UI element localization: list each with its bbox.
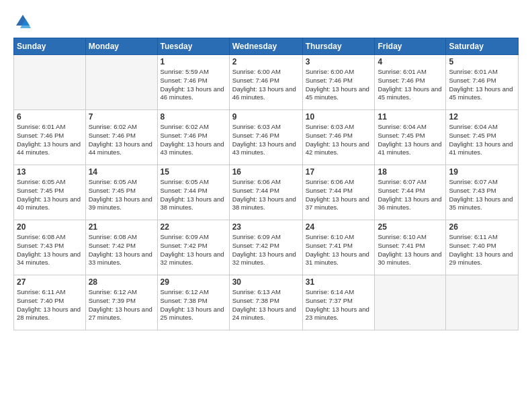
day-info: Sunrise: 6:01 AM Sunset: 7:46 PM Dayligh… (449, 68, 515, 102)
calendar-cell: 5Sunrise: 6:01 AM Sunset: 7:46 PM Daylig… (446, 55, 519, 110)
calendar-cell: 21Sunrise: 6:08 AM Sunset: 7:42 PM Dayli… (85, 220, 157, 275)
calendar-cell: 16Sunrise: 6:06 AM Sunset: 7:44 PM Dayli… (229, 165, 302, 220)
day-info: Sunrise: 6:02 AM Sunset: 7:46 PM Dayligh… (161, 123, 226, 157)
weekday-sunday: Sunday (14, 38, 86, 55)
day-info: Sunrise: 6:08 AM Sunset: 7:42 PM Dayligh… (89, 233, 154, 267)
calendar-cell: 31Sunrise: 6:14 AM Sunset: 7:37 PM Dayli… (302, 275, 375, 330)
day-info: Sunrise: 6:07 AM Sunset: 7:44 PM Dayligh… (378, 178, 443, 212)
calendar-cell: 18Sunrise: 6:07 AM Sunset: 7:44 PM Dayli… (375, 165, 446, 220)
day-number: 16 (232, 167, 300, 177)
weekday-monday: Monday (85, 38, 157, 55)
day-number: 24 (306, 222, 372, 232)
calendar-cell: 28Sunrise: 6:12 AM Sunset: 7:39 PM Dayli… (85, 275, 157, 330)
day-number: 19 (449, 167, 515, 177)
day-number: 17 (306, 167, 372, 177)
day-info: Sunrise: 6:05 AM Sunset: 7:45 PM Dayligh… (17, 178, 83, 212)
calendar-cell (14, 55, 86, 110)
day-number: 7 (89, 112, 154, 122)
day-number: 26 (449, 222, 515, 232)
weekday-thursday: Thursday (302, 38, 375, 55)
calendar-cell: 2Sunrise: 6:00 AM Sunset: 7:46 PM Daylig… (229, 55, 302, 110)
logo-icon (13, 12, 32, 31)
day-info: Sunrise: 6:00 AM Sunset: 7:46 PM Dayligh… (306, 68, 372, 102)
calendar-cell: 30Sunrise: 6:13 AM Sunset: 7:38 PM Dayli… (229, 275, 302, 330)
day-info: Sunrise: 6:10 AM Sunset: 7:41 PM Dayligh… (306, 233, 372, 267)
day-info: Sunrise: 6:13 AM Sunset: 7:38 PM Dayligh… (232, 288, 300, 322)
day-info: Sunrise: 6:01 AM Sunset: 7:46 PM Dayligh… (378, 68, 443, 102)
day-number: 3 (306, 57, 372, 66)
calendar-cell: 6Sunrise: 6:01 AM Sunset: 7:46 PM Daylig… (14, 110, 86, 165)
calendar-table: SundayMondayTuesdayWednesdayThursdayFrid… (13, 38, 519, 330)
calendar-cell: 24Sunrise: 6:10 AM Sunset: 7:41 PM Dayli… (302, 220, 375, 275)
calendar-cell: 17Sunrise: 6:06 AM Sunset: 7:44 PM Dayli… (302, 165, 375, 220)
calendar-cell: 29Sunrise: 6:12 AM Sunset: 7:38 PM Dayli… (157, 275, 229, 330)
day-number: 22 (161, 222, 226, 232)
day-info: Sunrise: 6:14 AM Sunset: 7:37 PM Dayligh… (306, 288, 372, 322)
day-number: 29 (161, 277, 226, 287)
calendar-week-3: 13Sunrise: 6:05 AM Sunset: 7:45 PM Dayli… (14, 165, 519, 220)
day-number: 12 (449, 112, 515, 122)
day-number: 28 (89, 277, 154, 287)
day-number: 8 (161, 112, 226, 122)
header (13, 12, 519, 31)
day-info: Sunrise: 6:12 AM Sunset: 7:39 PM Dayligh… (89, 288, 154, 322)
calendar-cell: 10Sunrise: 6:03 AM Sunset: 7:46 PM Dayli… (302, 110, 375, 165)
day-number: 14 (89, 167, 154, 177)
page: SundayMondayTuesdayWednesdayThursdayFrid… (0, 0, 532, 411)
day-number: 9 (232, 112, 300, 122)
day-info: Sunrise: 6:03 AM Sunset: 7:46 PM Dayligh… (306, 123, 372, 157)
calendar-cell: 23Sunrise: 6:09 AM Sunset: 7:42 PM Dayli… (229, 220, 302, 275)
day-number: 11 (378, 112, 443, 122)
day-number: 4 (378, 57, 443, 66)
day-info: Sunrise: 6:03 AM Sunset: 7:46 PM Dayligh… (232, 123, 300, 157)
calendar-cell: 25Sunrise: 6:10 AM Sunset: 7:41 PM Dayli… (375, 220, 446, 275)
calendar-cell: 9Sunrise: 6:03 AM Sunset: 7:46 PM Daylig… (229, 110, 302, 165)
day-number: 31 (306, 277, 372, 287)
weekday-saturday: Saturday (446, 38, 519, 55)
calendar-cell: 7Sunrise: 6:02 AM Sunset: 7:46 PM Daylig… (85, 110, 157, 165)
day-info: Sunrise: 6:09 AM Sunset: 7:42 PM Dayligh… (161, 233, 226, 267)
day-info: Sunrise: 6:05 AM Sunset: 7:44 PM Dayligh… (161, 178, 226, 212)
day-number: 2 (232, 57, 300, 66)
calendar-week-5: 27Sunrise: 6:11 AM Sunset: 7:40 PM Dayli… (14, 275, 519, 330)
calendar-cell: 12Sunrise: 6:04 AM Sunset: 7:45 PM Dayli… (446, 110, 519, 165)
calendar-week-4: 20Sunrise: 6:08 AM Sunset: 7:43 PM Dayli… (14, 220, 519, 275)
day-info: Sunrise: 6:10 AM Sunset: 7:41 PM Dayligh… (378, 233, 443, 267)
day-info: Sunrise: 6:04 AM Sunset: 7:45 PM Dayligh… (378, 123, 443, 157)
day-info: Sunrise: 6:08 AM Sunset: 7:43 PM Dayligh… (17, 233, 83, 267)
day-number: 13 (17, 167, 83, 177)
day-info: Sunrise: 6:00 AM Sunset: 7:46 PM Dayligh… (232, 68, 300, 102)
day-info: Sunrise: 6:05 AM Sunset: 7:45 PM Dayligh… (89, 178, 154, 212)
day-number: 30 (232, 277, 300, 287)
calendar-cell: 22Sunrise: 6:09 AM Sunset: 7:42 PM Dayli… (157, 220, 229, 275)
calendar-cell: 11Sunrise: 6:04 AM Sunset: 7:45 PM Dayli… (375, 110, 446, 165)
day-info: Sunrise: 6:06 AM Sunset: 7:44 PM Dayligh… (232, 178, 300, 212)
day-number: 1 (161, 57, 226, 66)
calendar-cell: 15Sunrise: 6:05 AM Sunset: 7:44 PM Dayli… (157, 165, 229, 220)
day-info: Sunrise: 6:01 AM Sunset: 7:46 PM Dayligh… (17, 123, 83, 157)
day-number: 10 (306, 112, 372, 122)
calendar-cell: 27Sunrise: 6:11 AM Sunset: 7:40 PM Dayli… (14, 275, 86, 330)
logo (13, 12, 35, 31)
day-info: Sunrise: 6:02 AM Sunset: 7:46 PM Dayligh… (89, 123, 154, 157)
calendar-cell: 14Sunrise: 6:05 AM Sunset: 7:45 PM Dayli… (85, 165, 157, 220)
calendar-week-1: 1Sunrise: 5:59 AM Sunset: 7:46 PM Daylig… (14, 55, 519, 110)
weekday-header-row: SundayMondayTuesdayWednesdayThursdayFrid… (14, 38, 519, 55)
weekday-tuesday: Tuesday (157, 38, 229, 55)
calendar-cell: 8Sunrise: 6:02 AM Sunset: 7:46 PM Daylig… (157, 110, 229, 165)
calendar-cell: 26Sunrise: 6:11 AM Sunset: 7:40 PM Dayli… (446, 220, 519, 275)
calendar-cell: 20Sunrise: 6:08 AM Sunset: 7:43 PM Dayli… (14, 220, 86, 275)
calendar-cell (375, 275, 446, 330)
calendar-cell: 13Sunrise: 6:05 AM Sunset: 7:45 PM Dayli… (14, 165, 86, 220)
day-info: Sunrise: 6:09 AM Sunset: 7:42 PM Dayligh… (232, 233, 300, 267)
day-number: 21 (89, 222, 154, 232)
day-info: Sunrise: 6:11 AM Sunset: 7:40 PM Dayligh… (17, 288, 83, 322)
calendar-cell: 19Sunrise: 6:07 AM Sunset: 7:43 PM Dayli… (446, 165, 519, 220)
day-number: 25 (378, 222, 443, 232)
calendar-week-2: 6Sunrise: 6:01 AM Sunset: 7:46 PM Daylig… (14, 110, 519, 165)
weekday-friday: Friday (375, 38, 446, 55)
day-info: Sunrise: 6:11 AM Sunset: 7:40 PM Dayligh… (449, 233, 515, 267)
day-number: 23 (232, 222, 300, 232)
weekday-wednesday: Wednesday (229, 38, 302, 55)
day-info: Sunrise: 6:04 AM Sunset: 7:45 PM Dayligh… (449, 123, 515, 157)
